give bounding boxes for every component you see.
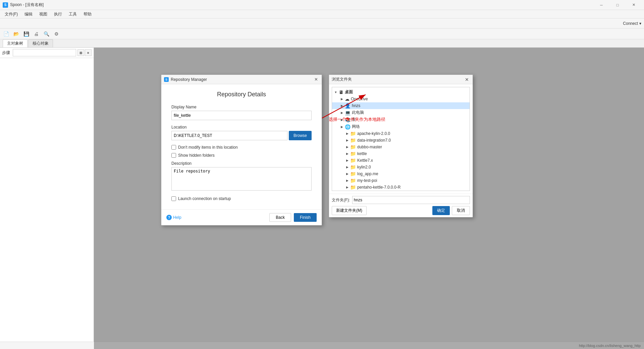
tree-expand-logapp[interactable]: ▶ <box>345 171 350 176</box>
tree-expand-apache-kylin[interactable]: ▶ <box>345 131 350 136</box>
tree-item-logapp[interactable]: ▶ 📁 log_app.me <box>332 170 470 177</box>
tree-expand-kylin2[interactable]: ▶ <box>345 165 350 169</box>
hnzs-icon: 👤 <box>345 103 351 108</box>
tree-expand-hnzs[interactable]: ▶ <box>339 103 344 108</box>
toolbar-new-button[interactable]: 📄 <box>1 30 11 38</box>
tree-item-library[interactable]: ▶ 📚 库 <box>332 116 470 123</box>
tree-item-soft[interactable]: ▶ ⭐ soft <box>332 191 470 191</box>
help-button[interactable]: ? Help <box>166 215 181 220</box>
tree-item-desktop[interactable]: ▼ 🖥 桌面 <box>332 89 470 96</box>
sidebar-search-buttons: ⊞ ≡ <box>77 49 92 56</box>
menu-view[interactable]: 视图 <box>36 10 51 18</box>
location-input[interactable] <box>171 131 287 140</box>
menu-tools[interactable]: 工具 <box>65 10 80 18</box>
kylin2-folder-icon: 📁 <box>350 164 356 170</box>
tree-item-data-integration[interactable]: ▶ 📁 data-integration7.0 <box>332 137 470 144</box>
sidebar-search-bar: 步骤 ⊞ ≡ <box>0 48 94 58</box>
file-dialog-footer: 文件夹(F): 新建文件夹(M) 确定 取消 <box>329 194 473 217</box>
tree-item-mytestpoi[interactable]: ▶ 📁 my-test-poi <box>332 177 470 184</box>
sidebar-search-input[interactable] <box>13 49 76 56</box>
app-icon: S <box>3 2 8 8</box>
network-icon: 🌐 <box>345 124 351 130</box>
tree-name-kettle7x: Kettle7.x <box>357 158 373 163</box>
apache-kylin-folder-icon: 📁 <box>350 131 356 136</box>
toolbar-open-button[interactable]: 📂 <box>11 30 21 38</box>
connectbar: Connect ▾ <box>0 18 644 29</box>
menu-file[interactable]: 文件(F) <box>1 10 21 18</box>
tree-item-pentaho[interactable]: ▶ 📁 pentaho-kettle-7.0.0.0-R <box>332 184 470 191</box>
tab-main-objects[interactable]: 主对象树 <box>3 39 28 47</box>
tab-bar: 主对象树 核心对象 <box>0 39 644 48</box>
tree-expand-onedrive[interactable]: ▶ <box>339 97 344 101</box>
maximize-button[interactable]: □ <box>610 0 625 10</box>
repo-dialog-close-button[interactable]: ✕ <box>313 77 319 83</box>
connect-button[interactable]: Connect ▾ <box>623 21 641 26</box>
new-folder-button[interactable]: 新建文件夹(M) <box>332 206 367 215</box>
tree-expand-kettle7x[interactable]: ▶ <box>345 158 350 163</box>
kettle7x-folder-icon: 📁 <box>350 158 356 163</box>
location-group: Location Browse <box>171 125 312 140</box>
sidebar-search-icon[interactable]: ⊞ <box>77 49 84 56</box>
tree-name-dubbo: dubbo-master <box>357 145 382 149</box>
file-dialog-close-button[interactable]: ✕ <box>464 77 470 83</box>
menu-edit[interactable]: 编辑 <box>21 10 36 18</box>
tree-item-dubbo[interactable]: ▶ 📁 dubbo-master <box>332 144 470 150</box>
tree-expand-network[interactable]: ▶ <box>339 124 344 129</box>
titlebar-controls: ─ □ ✕ <box>594 0 641 10</box>
tree-item-kettle7x[interactable]: ▶ 📁 Kettle7.x <box>332 157 470 164</box>
tree-expand-library[interactable]: ▶ <box>339 117 344 122</box>
repo-dialog-title-left: S Repository Manager <box>164 77 207 82</box>
browse-button[interactable]: Browse <box>289 131 312 140</box>
show-hidden-checkbox[interactable] <box>171 153 176 158</box>
file-action-row: 新建文件夹(M) 确定 取消 <box>332 206 470 215</box>
tree-expand-computer[interactable]: ▶ <box>339 110 344 115</box>
tree-name-onedrive: OneDrive <box>351 97 368 101</box>
tree-item-computer[interactable]: ▶ 💻 此电脑 <box>332 109 470 116</box>
tree-name-kettle: kettle <box>357 151 367 156</box>
tree-item-kylin2[interactable]: ▶ 📁 kylin2.0 <box>332 164 470 170</box>
close-button[interactable]: ✕ <box>626 0 641 10</box>
toolbar-search-button[interactable]: 🔍 <box>42 30 51 38</box>
description-textarea[interactable]: File repository <box>171 167 312 191</box>
file-tree-area[interactable]: ▼ 🖥 桌面 ▶ ☁ OneDrive ▶ 👤 hnzs <box>332 87 470 191</box>
toolbar-save-button[interactable]: 💾 <box>21 30 31 38</box>
tree-expand-kettle[interactable]: ▶ <box>345 151 350 156</box>
toolbar-settings-button[interactable]: ⚙ <box>52 30 61 38</box>
tab-core-objects[interactable]: 核心对象 <box>28 39 53 47</box>
location-label: Location <box>171 125 312 130</box>
repo-dialog-heading: Repository Details <box>171 91 312 98</box>
tree-name-computer: 此电脑 <box>352 110 364 115</box>
display-name-input[interactable] <box>171 111 312 120</box>
file-dialog-title: 浏览文件夹 <box>332 77 352 82</box>
launch-connection-checkbox-row: Launch connection on startup <box>171 196 312 201</box>
data-integration-folder-icon: 📁 <box>350 138 356 143</box>
finish-button[interactable]: Finish <box>294 213 317 222</box>
tree-item-onedrive[interactable]: ▶ ☁ OneDrive <box>332 96 470 102</box>
tree-expand-desktop[interactable]: ▼ <box>333 90 338 95</box>
tree-expand-mytestpoi[interactable]: ▶ <box>345 178 350 183</box>
main-layout: 步骤 ⊞ ≡ S Repository Manager ✕ <box>0 48 644 349</box>
back-button[interactable]: Back <box>269 213 291 222</box>
tree-expand-dubbo[interactable]: ▶ <box>345 145 350 149</box>
dont-modify-label: Don't modify items in this location <box>178 145 238 150</box>
tree-item-hnzs[interactable]: ▶ 👤 hnzs <box>332 102 470 109</box>
menu-help[interactable]: 帮助 <box>80 10 95 18</box>
launch-connection-checkbox[interactable] <box>171 196 176 201</box>
file-cancel-button[interactable]: 取消 <box>452 206 470 215</box>
tree-name-network: 网络 <box>352 124 360 130</box>
connect-chevron-icon: ▾ <box>639 21 641 26</box>
toolbar-print-button[interactable]: 🖨 <box>32 30 41 38</box>
tree-expand-pentaho[interactable]: ▶ <box>345 185 350 190</box>
file-name-input[interactable] <box>352 196 470 204</box>
tree-name-desktop: 桌面 <box>345 89 353 95</box>
file-ok-button[interactable]: 确定 <box>432 206 450 215</box>
tree-item-network[interactable]: ▶ 🌐 网络 <box>332 123 470 130</box>
tree-item-apache-kylin[interactable]: ▶ 📁 apache-kylin-2.0.0 <box>332 130 470 137</box>
sidebar-list-icon[interactable]: ≡ <box>85 49 92 56</box>
tree-expand-data-integration[interactable]: ▶ <box>345 138 350 143</box>
dubbo-folder-icon: 📁 <box>350 144 356 150</box>
menu-run[interactable]: 执行 <box>51 10 65 18</box>
tree-item-kettle[interactable]: ▶ 📁 kettle <box>332 150 470 157</box>
dont-modify-checkbox[interactable] <box>171 145 176 150</box>
minimize-button[interactable]: ─ <box>594 0 609 10</box>
